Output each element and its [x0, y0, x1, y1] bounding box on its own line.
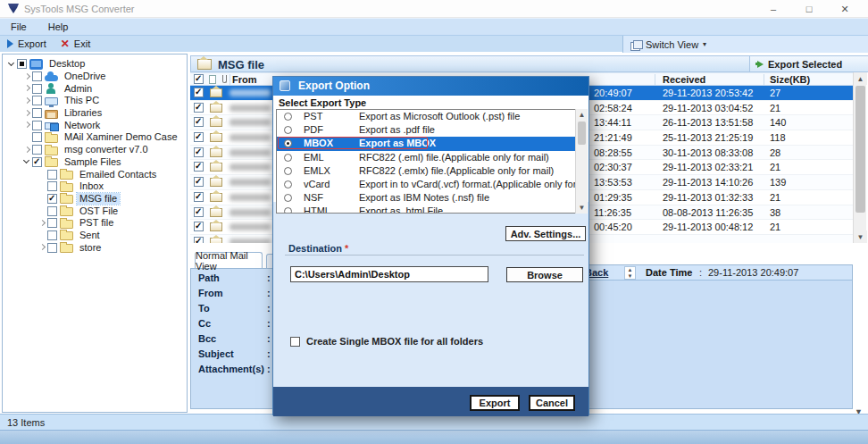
row-checkbox[interactable]	[194, 237, 204, 243]
destination-input[interactable]	[290, 266, 488, 282]
tree-item[interactable]: OST File	[3, 205, 187, 217]
scroll-up-icon[interactable]: ▲	[854, 72, 867, 85]
expander-icon[interactable]	[37, 230, 47, 240]
row-checkbox[interactable]	[194, 88, 204, 97]
expander-icon[interactable]	[21, 83, 32, 94]
adv-settings-button[interactable]: Adv. Settings...	[505, 226, 586, 241]
close-button[interactable]: ✕	[827, 0, 863, 18]
row-checkbox[interactable]	[194, 147, 204, 157]
expander-icon[interactable]	[21, 145, 32, 155]
expander-icon[interactable]	[37, 193, 47, 204]
export-type-option[interactable]: NSF Export as IBM Notes (.nsf) file	[277, 191, 587, 205]
expander-icon[interactable]	[37, 242, 47, 253]
row-checkbox[interactable]	[194, 207, 204, 217]
list-scroll-up-icon[interactable]: ▲	[576, 109, 588, 121]
tree-item-label[interactable]: Emailed Contacts	[77, 169, 159, 180]
minimize-button[interactable]: –	[755, 0, 791, 18]
table-scrollbar[interactable]: ▲ ▼	[853, 72, 866, 243]
tree-item[interactable]: msg converter v7.0	[3, 144, 187, 156]
export-type-option[interactable]: PST Export as Microsoft Outlook (.pst) f…	[277, 110, 587, 123]
tree-item-label[interactable]: PST file	[77, 217, 116, 229]
export-type-option[interactable]: EMLX RFC822 (.emlx) file.(Applicable onl…	[277, 164, 587, 178]
expander-icon[interactable]	[21, 108, 32, 119]
list-scrollbar-thumb[interactable]	[578, 121, 586, 145]
select-all-checkbox[interactable]	[194, 74, 204, 84]
list-scrollbar[interactable]: ▲ ▼	[575, 109, 588, 214]
tree-checkbox[interactable]	[32, 132, 42, 142]
row-checkbox[interactable]	[194, 117, 204, 127]
row-checkbox[interactable]	[194, 103, 204, 113]
switch-view-button[interactable]: Switch View ▾	[622, 36, 868, 53]
tree-item-label[interactable]: MAil Xaminer Demo Case	[62, 131, 180, 143]
tree-item[interactable]: Sample Files	[3, 156, 187, 169]
dialog-title-bar[interactable]: Export Option	[273, 77, 588, 96]
browse-button[interactable]: Browse	[506, 267, 583, 282]
radio-icon[interactable]	[284, 207, 292, 214]
row-checkbox[interactable]	[194, 132, 204, 142]
tree-item-label[interactable]: This PC	[62, 95, 102, 106]
menu-file[interactable]: File	[0, 19, 38, 35]
tree-checkbox[interactable]	[47, 194, 57, 204]
row-checkbox[interactable]	[194, 177, 204, 187]
radio-icon[interactable]	[284, 154, 292, 162]
column-header-received[interactable]: Received	[663, 74, 705, 85]
tree-item-label[interactable]: OneDrive	[62, 71, 108, 82]
tree-item-label[interactable]: OST File	[77, 205, 121, 217]
export-selected-button[interactable]: Export Selected	[749, 56, 868, 71]
tree-checkbox[interactable]	[32, 84, 42, 94]
export-type-option[interactable]: HTML Export as .html File	[277, 205, 587, 214]
radio-icon[interactable]	[284, 113, 292, 121]
tree-item-label[interactable]: MSG file	[77, 193, 120, 205]
tree-checkbox[interactable]	[32, 96, 42, 105]
tree-checkbox[interactable]	[47, 218, 57, 228]
expander-icon[interactable]	[21, 120, 32, 130]
tree-item-label[interactable]: Inbox	[77, 180, 106, 192]
tree-checkbox[interactable]	[47, 170, 57, 180]
menu-help[interactable]: Help	[38, 19, 79, 35]
tree-item[interactable]: Desktop	[3, 58, 187, 71]
export-type-option[interactable]: vCard Export in to vCard(.vcf) format.(A…	[277, 178, 587, 191]
tree-item-label[interactable]: Admin	[62, 83, 95, 95]
spinner-control[interactable]: ▲▼	[624, 266, 636, 280]
export-toolbar-button[interactable]: Export	[0, 36, 54, 52]
export-button[interactable]: Export	[470, 395, 520, 411]
radio-icon[interactable]	[284, 194, 292, 202]
tree-item[interactable]: Libraries	[3, 107, 187, 120]
radio-icon[interactable]	[284, 126, 292, 134]
tree-checkbox[interactable]	[47, 230, 57, 240]
expander-icon[interactable]	[21, 96, 32, 106]
expander-icon[interactable]	[21, 156, 32, 167]
tree-item-label[interactable]: Network	[62, 120, 103, 131]
column-header-from[interactable]: From	[232, 74, 257, 85]
scroll-down-icon[interactable]: ▼	[854, 230, 867, 243]
export-type-option[interactable]: MBOX Export as MBOX	[277, 137, 587, 150]
tree-checkbox[interactable]	[32, 145, 42, 155]
tree-item[interactable]: Admin	[3, 82, 187, 95]
expander-icon[interactable]	[21, 132, 32, 143]
radio-icon[interactable]	[284, 180, 292, 188]
tree-item[interactable]: Inbox	[3, 180, 187, 193]
row-checkbox[interactable]	[194, 192, 204, 202]
scrollbar-thumb[interactable]	[855, 86, 865, 213]
tree-item[interactable]: store	[3, 241, 187, 254]
expander-icon[interactable]	[37, 181, 47, 192]
column-header-size[interactable]: Size(KB)	[770, 74, 810, 85]
tree-checkbox[interactable]	[47, 181, 57, 191]
expander-icon[interactable]	[6, 59, 17, 70]
tree-item[interactable]: OneDrive	[3, 71, 187, 83]
expander-icon[interactable]	[37, 218, 47, 229]
tree-item[interactable]: MAil Xaminer Demo Case	[3, 131, 187, 144]
expander-icon[interactable]	[37, 169, 47, 180]
tree-item[interactable]: Sent	[3, 230, 187, 242]
export-type-option[interactable]: PDF Export as .pdf file	[277, 123, 587, 137]
row-checkbox[interactable]	[194, 162, 204, 172]
row-checkbox[interactable]	[194, 222, 204, 231]
tab-normal-mail-view[interactable]: Normal Mail View	[195, 252, 263, 268]
tree-item-label[interactable]: Sample Files	[62, 156, 124, 168]
tree-item-label[interactable]: Desktop	[46, 58, 88, 70]
expander-icon[interactable]	[21, 71, 32, 82]
cancel-button[interactable]: Cancel	[529, 395, 575, 411]
tree-item[interactable]: PST file	[3, 217, 187, 230]
tree-checkbox[interactable]	[32, 157, 42, 167]
export-type-option[interactable]: EML RFC822 (.eml) file.(Applicable only …	[277, 151, 587, 164]
